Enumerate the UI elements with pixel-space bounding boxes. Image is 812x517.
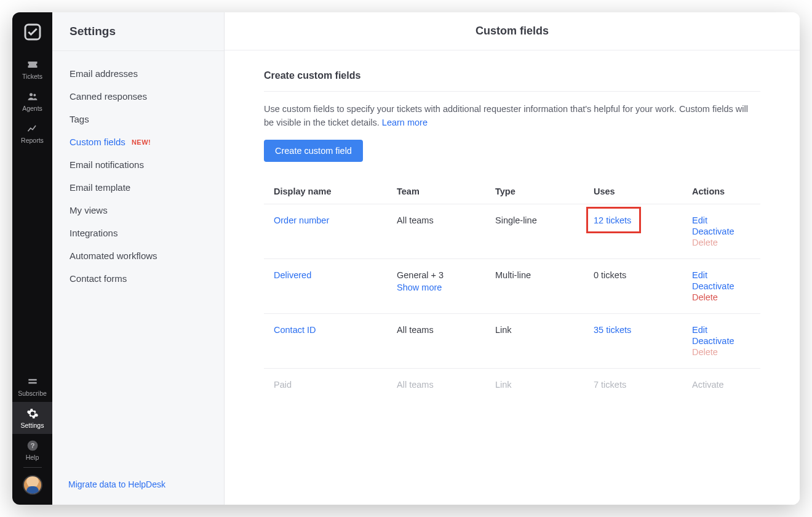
rail-label: Reports <box>21 137 44 144</box>
section-title: Create custom fields <box>264 70 760 81</box>
rail-label: Agents <box>22 105 42 112</box>
col-actions: Actions <box>692 186 750 196</box>
edit-action[interactable]: Edit <box>692 270 750 280</box>
sidebar-item-my-views[interactable]: My views <box>60 199 217 222</box>
deactivate-action[interactable]: Deactivate <box>692 336 750 346</box>
edit-action[interactable]: Edit <box>692 215 750 225</box>
sidebar-item-label: Email template <box>70 182 130 193</box>
rail-label: Help <box>26 454 39 461</box>
custom-fields-table: Display name Team Type Uses Actions Orde… <box>264 179 760 401</box>
learn-more-link[interactable]: Learn more <box>382 118 428 127</box>
ticket-icon <box>26 58 39 71</box>
col-team: Team <box>397 186 495 196</box>
uses-link[interactable]: 7 tickets <box>594 380 626 390</box>
rail-item-subscribe[interactable]: Subscribe <box>12 370 52 402</box>
edit-action[interactable]: Edit <box>692 325 750 335</box>
page-title: Custom fields <box>225 25 800 38</box>
show-more-link[interactable]: Show more <box>397 283 495 292</box>
delete-action[interactable]: Delete <box>692 238 750 247</box>
team-cell: All teams <box>397 325 434 335</box>
table-row: Order numberAll teamsSingle-line12 ticke… <box>264 204 760 258</box>
sidebar-item-label: My views <box>70 205 108 215</box>
type-cell: Link <box>495 380 594 390</box>
migrate-link[interactable]: Migrate data to HelpDesk <box>68 479 165 489</box>
avatar[interactable] <box>23 475 42 495</box>
sidebar-item-label: Canned responses <box>70 91 147 102</box>
table-row: Contact IDAll teamsLink35 ticketsEditDea… <box>264 313 760 368</box>
subscribe-icon <box>26 375 39 388</box>
sidebar-item-contact-forms[interactable]: Contact forms <box>60 267 217 290</box>
nav-rail: Tickets Agents Reports Subscribe Setting… <box>12 12 52 505</box>
sidebar-item-canned-responses[interactable]: Canned responses <box>60 85 217 108</box>
sidebar-item-tags[interactable]: Tags <box>60 108 217 130</box>
sidebar-item-email-addresses[interactable]: Email addresses <box>60 62 217 85</box>
team-cell: All teams <box>397 380 434 390</box>
table-row: DeliveredGeneral + 3Show moreMulti-line0… <box>264 258 760 313</box>
table-row: PaidAll teamsLink7 ticketsActivate <box>264 368 760 401</box>
sidebar-item-automated-workflows[interactable]: Automated workflows <box>60 244 217 267</box>
field-name-link[interactable]: Paid <box>274 380 292 390</box>
uses-link[interactable]: 35 tickets <box>594 325 631 335</box>
svg-rect-4 <box>28 382 36 383</box>
sidebar-item-label: Custom fields <box>70 137 125 147</box>
sidebar-item-label: Integrations <box>70 228 117 238</box>
svg-point-2 <box>33 94 36 96</box>
deactivate-action[interactable]: Deactivate <box>692 226 750 236</box>
svg-rect-3 <box>28 379 36 380</box>
team-cell: General + 3 <box>397 270 444 280</box>
rail-item-tickets[interactable]: Tickets <box>12 53 52 85</box>
sidebar-item-integrations[interactable]: Integrations <box>60 222 217 244</box>
rail-label: Subscribe <box>18 390 47 397</box>
svg-text:?: ? <box>30 442 34 449</box>
sidebar-item-custom-fields[interactable]: Custom fieldsNEW! <box>60 130 217 153</box>
col-uses: Uses <box>594 186 692 196</box>
settings-sidebar: Settings Email addressesCanned responses… <box>52 12 225 505</box>
rail-item-settings[interactable]: Settings <box>12 402 52 434</box>
sidebar-item-label: Automated workflows <box>70 250 157 261</box>
rail-label: Settings <box>21 422 44 429</box>
field-name-link[interactable]: Order number <box>274 215 329 225</box>
description-text: Use custom fields to specify your ticket… <box>264 104 748 127</box>
field-name-link[interactable]: Delivered <box>274 270 311 280</box>
delete-action[interactable]: Delete <box>692 292 750 302</box>
type-cell: Link <box>495 325 594 335</box>
sidebar-item-email-template[interactable]: Email template <box>60 176 217 199</box>
rail-item-help[interactable]: ? Help <box>12 434 52 466</box>
main-panel: Custom fields Create custom fields Use c… <box>225 12 800 505</box>
sidebar-item-label: Email notifications <box>70 159 144 170</box>
app-logo-icon <box>23 22 42 42</box>
team-cell: All teams <box>397 215 434 225</box>
gear-icon <box>26 407 39 420</box>
svg-point-1 <box>30 93 33 96</box>
uses-link[interactable]: 12 tickets <box>594 215 631 225</box>
new-badge: NEW! <box>132 138 151 146</box>
deactivate-action[interactable]: Deactivate <box>692 281 750 291</box>
divider <box>264 91 760 92</box>
uses-cell: 0 tickets <box>594 270 692 280</box>
sidebar-item-email-notifications[interactable]: Email notifications <box>60 153 217 176</box>
activate-action[interactable]: Activate <box>692 380 750 390</box>
section-description: Use custom fields to specify your ticket… <box>264 103 760 130</box>
sidebar-item-label: Email addresses <box>70 68 138 79</box>
sidebar-item-label: Contact forms <box>70 273 127 284</box>
type-cell: Multi-line <box>495 270 594 280</box>
help-icon: ? <box>26 439 39 452</box>
sidebar-title: Settings <box>70 25 207 38</box>
agents-icon <box>26 90 39 103</box>
rail-label: Tickets <box>22 73 42 80</box>
field-name-link[interactable]: Contact ID <box>274 325 316 335</box>
rail-item-agents[interactable]: Agents <box>12 85 52 117</box>
col-display-name: Display name <box>274 186 397 196</box>
type-cell: Single-line <box>495 215 594 225</box>
rail-item-reports[interactable]: Reports <box>12 117 52 149</box>
create-custom-field-button[interactable]: Create custom field <box>264 140 363 162</box>
delete-action[interactable]: Delete <box>692 347 750 357</box>
col-type: Type <box>495 186 594 196</box>
table-header-row: Display name Team Type Uses Actions <box>264 179 760 204</box>
sidebar-item-label: Tags <box>70 114 89 124</box>
reports-icon <box>26 122 39 135</box>
